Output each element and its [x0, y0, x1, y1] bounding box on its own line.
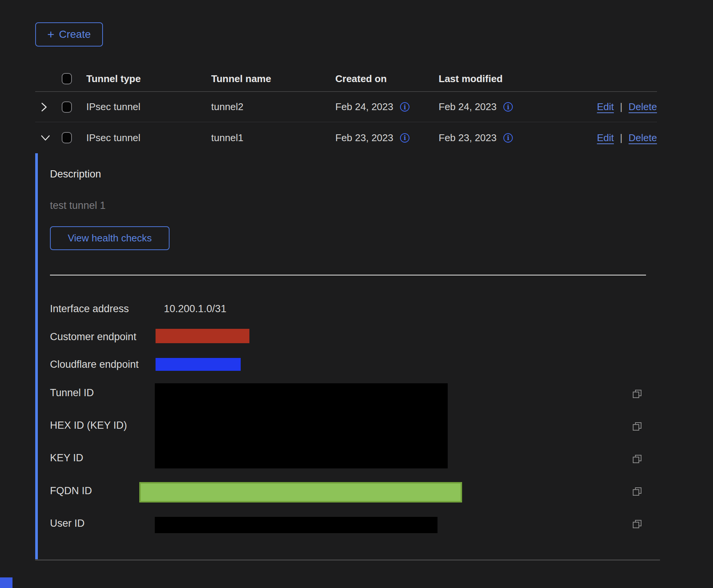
fqdn-id-redacted-value [139, 482, 462, 502]
customer-endpoint-redacted-value [156, 329, 249, 343]
tunnel-type-cell: IPsec tunnel [86, 101, 211, 113]
hex-id-label: HEX ID (KEY ID) [50, 420, 127, 431]
partial-panel-border [0, 577, 12, 588]
description-label: Description [50, 168, 101, 180]
tunnels-table: Tunnel type Tunnel name Created on Last … [35, 66, 657, 153]
actions-separator: | [620, 132, 623, 144]
last-modified-value: Feb 23, 2023 [439, 132, 497, 144]
tunnel-id-label: Tunnel ID [50, 387, 94, 398]
actions-separator: | [620, 101, 623, 113]
cloudflare-endpoint-redacted-value [156, 358, 241, 371]
fqdn-id-label: FQDN ID [50, 485, 92, 496]
customer-endpoint-label: Customer endpoint [50, 331, 136, 342]
interface-address-label: Interface address [50, 303, 129, 314]
tunnels-page: + Create Tunnel type Tunnel name Created… [0, 0, 713, 588]
copy-key-id-icon[interactable] [632, 454, 643, 464]
tunnel-name-cell: tunnel2 [211, 101, 335, 113]
header-created-on: Created on [335, 73, 439, 85]
create-button-label: Create [59, 28, 91, 40]
info-icon[interactable]: i [503, 133, 513, 143]
tunnel-name-cell: tunnel1 [211, 132, 335, 144]
ids-redacted-values [155, 383, 448, 468]
info-icon[interactable]: i [400, 102, 409, 112]
created-on-value: Feb 23, 2023 [335, 132, 393, 144]
row-checkbox[interactable] [62, 132, 72, 143]
table-bottom-divider [35, 560, 660, 560]
cloudflare-endpoint-label: Cloudflare endpoint [50, 359, 139, 370]
plus-icon: + [47, 28, 54, 40]
chevron-right-icon[interactable] [40, 102, 48, 112]
create-button[interactable]: + Create [35, 22, 103, 47]
header-tunnel-type: Tunnel type [86, 73, 211, 85]
edit-link[interactable]: Edit [597, 132, 614, 144]
description-value: test tunnel 1 [50, 200, 106, 212]
table-header-row: Tunnel type Tunnel name Created on Last … [35, 66, 657, 92]
created-on-value: Feb 24, 2023 [335, 101, 393, 113]
interface-address-value: 10.200.1.0/31 [164, 303, 226, 314]
copy-tunnel-id-icon[interactable] [632, 389, 643, 399]
chevron-down-icon[interactable] [40, 134, 51, 142]
header-tunnel-name: Tunnel name [211, 73, 335, 85]
tunnel-details-panel: Description test tunnel 1 View health ch… [35, 153, 657, 559]
select-all-checkbox[interactable] [62, 73, 72, 84]
copy-user-id-icon[interactable] [632, 519, 643, 529]
last-modified-value: Feb 24, 2023 [439, 101, 497, 113]
delete-link[interactable]: Delete [629, 132, 657, 144]
view-health-checks-button[interactable]: View health checks [50, 226, 170, 250]
table-row: IPsec tunnel tunnel2 Feb 24, 2023 i Feb … [35, 92, 657, 122]
row-checkbox[interactable] [62, 101, 72, 113]
info-icon[interactable]: i [503, 102, 513, 112]
info-icon[interactable]: i [400, 133, 409, 143]
copy-hex-id-icon[interactable] [632, 421, 643, 432]
section-divider [50, 275, 646, 275]
user-id-redacted-value [155, 517, 437, 533]
tunnel-type-cell: IPsec tunnel [86, 132, 211, 144]
table-row: IPsec tunnel tunnel1 Feb 23, 2023 i Feb … [35, 122, 657, 153]
delete-link[interactable]: Delete [629, 101, 657, 113]
user-id-label: User ID [50, 518, 85, 529]
key-id-label: KEY ID [50, 452, 83, 464]
edit-link[interactable]: Edit [597, 101, 614, 113]
header-last-modified: Last modified [439, 73, 560, 85]
copy-fqdn-id-icon[interactable] [632, 486, 643, 497]
